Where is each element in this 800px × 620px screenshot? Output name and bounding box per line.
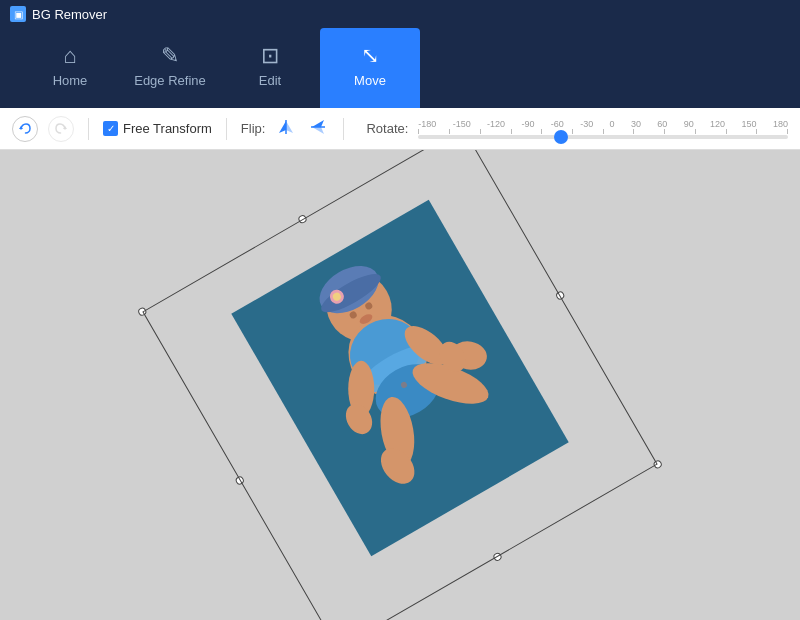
svg-marker-5 (312, 120, 324, 127)
flip-vertical-button[interactable] (307, 118, 329, 140)
app-title: BG Remover (32, 7, 107, 22)
free-transform-label[interactable]: ✓ Free Transform (103, 121, 212, 136)
nav-edge-refine[interactable]: ✎ Edge Refine (120, 28, 220, 108)
nav-edit-label: Edit (259, 73, 281, 88)
nav-move-label: Move (354, 73, 386, 88)
svg-marker-3 (286, 121, 293, 133)
nav-move[interactable]: ⤡ Move (320, 28, 420, 108)
free-transform-text: Free Transform (123, 121, 212, 136)
flip-vertical-icon (309, 118, 327, 136)
canvas-area (0, 150, 800, 620)
redo-button[interactable] (48, 116, 74, 142)
nav-edge-refine-label: Edge Refine (134, 73, 206, 88)
separator-2 (226, 118, 227, 140)
undo-icon (18, 122, 32, 136)
svg-marker-6 (312, 127, 324, 134)
app-icon: ▣ (10, 6, 26, 22)
title-bar: ▣ BG Remover (0, 0, 800, 28)
svg-point-22 (341, 400, 378, 440)
flip-horizontal-button[interactable] (275, 118, 297, 140)
rotate-ruler[interactable]: -180-150-120-90-60-300306090120150180 (418, 115, 788, 143)
separator-3 (343, 118, 344, 140)
edit-icon: ⊡ (261, 45, 279, 67)
nav-edit[interactable]: ⊡ Edit (220, 28, 320, 108)
svg-point-18 (374, 442, 421, 491)
free-transform-checkbox[interactable]: ✓ (103, 121, 118, 136)
nav-home-label: Home (53, 73, 88, 88)
svg-marker-2 (279, 121, 286, 133)
toolbar: ✓ Free Transform Flip: Rotate: -180-150-… (0, 108, 800, 150)
rotate-thumb[interactable] (554, 130, 568, 144)
move-icon: ⤡ (361, 45, 379, 67)
undo-button[interactable] (12, 116, 38, 142)
nav-home[interactable]: ⌂ Home (20, 28, 120, 108)
separator-1 (88, 118, 89, 140)
main-content: ✋ 34% (0, 150, 800, 620)
flip-horizontal-icon (277, 118, 295, 136)
flip-label: Flip: (241, 121, 266, 136)
edge-refine-icon: ✎ (161, 45, 179, 67)
home-icon: ⌂ (63, 45, 76, 67)
redo-icon (54, 122, 68, 136)
rotate-label: Rotate: (366, 121, 408, 136)
navbar: ⌂ Home ✎ Edge Refine ⊡ Edit ⤡ Move (0, 28, 800, 108)
